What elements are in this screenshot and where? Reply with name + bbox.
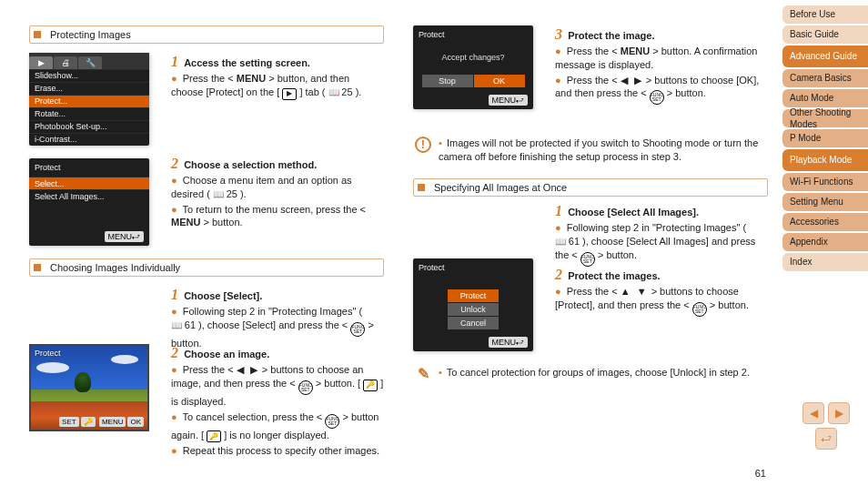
lcd-tab-setup: 🔧 [78, 56, 102, 69]
lcd-footer: MENU⮐ [413, 335, 533, 351]
lcd-confirm-stop: Stop [422, 75, 473, 87]
side-nav: Before Use Basic Guide Advanced Guide Ca… [782, 5, 868, 273]
step-all-2: 2 Protect the images. ● Press the < ▲ ▼ … [555, 266, 768, 319]
page-nav: ◀ ▶ ⮐ [802, 402, 850, 450]
tab-advanced-guide[interactable]: Advanced Guide [782, 46, 868, 67]
heading-protecting-images: Protecting Images [29, 25, 384, 44]
step-title: Protect the image. [568, 30, 654, 41]
left-right-arrows-icon: ◀ ▶ [237, 364, 259, 375]
tab-other-modes[interactable]: Other Shooting Modes [782, 109, 868, 127]
lcd-confirm-message: Accept changes? [413, 44, 533, 71]
next-page-button[interactable]: ▶ [828, 402, 850, 424]
photo-protect-tag: Protect [35, 348, 61, 359]
step-title: Choose an image. [184, 349, 269, 359]
lcd-menu-item-highlight: Protect... [29, 95, 149, 107]
lcd-tab-play: ▶ [29, 56, 53, 69]
tab-playback-mode[interactable]: Playback Mode [782, 149, 868, 171]
lcd-confirm-ok: OK [474, 75, 525, 87]
func-set-icon: FUNCSET [350, 322, 365, 337]
lcd-confirm: Protect Accept changes? Stop OK MENU⮐ [413, 25, 533, 109]
lcd-menu-item: i-Contrast... [29, 133, 149, 146]
step-title: Access the setting screen. [184, 57, 310, 68]
step-protect-1: 1 Access the setting screen. ● Press the… [171, 53, 384, 102]
lcd-header: Protect [413, 258, 533, 277]
prev-page-button[interactable]: ◀ [802, 402, 824, 424]
lcd-photo: Protect SET🔑 MENUOK [29, 344, 149, 431]
caution-note: ! • Images will not be protected if you … [415, 137, 766, 164]
tab-camera-basics[interactable]: Camera Basics [782, 69, 868, 87]
lcd-menu-item: Rotate... [29, 107, 149, 120]
func-set-icon: FUNCSET [650, 90, 664, 105]
step-title: Choose [Select]. [184, 290, 262, 301]
key-icon: 🔑 [363, 380, 378, 391]
lcd-menu: ▶ 🖨 🔧 Slideshow... Erase... Protect... R… [29, 53, 149, 146]
tab-p-mode[interactable]: P Mode [782, 129, 868, 147]
step-protect-2: 2 Choose a selection method. ● Choose a … [171, 155, 384, 231]
lcd-all-cancel: Cancel [448, 317, 499, 329]
lcd-select-item-highlight: Select... [29, 177, 149, 189]
step-indiv-2: 2 Choose an image. ● Press the < ◀ ▶ > b… [171, 344, 384, 460]
lcd-all-images: Protect Protect Unlock Cancel MENU⮐ [413, 258, 533, 351]
func-set-icon: FUNCSET [580, 252, 595, 267]
note: ✎ • To cancel protection for groups of i… [415, 366, 750, 382]
tab-appendix[interactable]: Appendix [782, 233, 868, 251]
heading-text: Specifying All Images at Once [434, 181, 567, 195]
tab-before-use[interactable]: Before Use [782, 5, 868, 24]
lcd-select: Protect Select... Select All Images... M… [29, 158, 149, 246]
heading-text: Protecting Images [50, 28, 131, 42]
caution-icon: ! [415, 137, 431, 153]
tab-basic-guide[interactable]: Basic Guide [782, 25, 868, 44]
lcd-select-item: Select All Images... [29, 189, 149, 202]
lcd-header: Protect [29, 158, 149, 177]
manual-ref[interactable]: 25 [213, 187, 237, 201]
tab-setting-menu[interactable]: Setting Menu [782, 193, 868, 211]
lcd-all-unlock: Unlock [448, 303, 499, 316]
step-title: Protect the images. [568, 270, 660, 281]
lcd-menu-item: Slideshow... [29, 69, 149, 82]
heading-all-images: Specifying All Images at Once [413, 178, 768, 197]
func-set-icon: FUNCSET [298, 380, 313, 395]
left-right-arrows-icon: ◀ ▶ [621, 75, 643, 86]
page-number: 61 [755, 467, 766, 481]
play-tab-icon: ▶ [282, 88, 297, 100]
note-text: To cancel protection for groups of image… [447, 367, 750, 378]
lcd-tab-print: 🖨 [54, 56, 77, 69]
step-all-1: 1 Choose [Select All Images]. ● Followin… [555, 202, 768, 268]
tab-auto-mode[interactable]: Auto Mode [782, 89, 868, 107]
manual-ref[interactable]: 61 [555, 235, 580, 248]
tab-accessories[interactable]: Accessories [782, 213, 868, 231]
step-title: Choose a selection method. [184, 159, 317, 170]
manual-ref[interactable]: 25 [328, 86, 353, 99]
back-button[interactable]: ⮐ [815, 428, 837, 450]
key-icon: 🔑 [207, 430, 221, 442]
lcd-menu-tabs: ▶ 🖨 🔧 [29, 53, 149, 69]
menu-label: MENU [621, 46, 650, 56]
lcd-menu-item: Erase... [29, 82, 149, 95]
up-down-arrows-icon: ▲ ▼ [621, 286, 649, 297]
lcd-menu-item: Photobook Set-up... [29, 120, 149, 133]
pencil-icon: ✎ [415, 366, 431, 382]
caution-text: Images will not be protected if you swit… [439, 137, 758, 162]
lcd-all-protect: Protect [448, 289, 499, 302]
heading-choosing-individually: Choosing Images Individually [29, 258, 384, 277]
manual-ref[interactable]: 61 [171, 319, 196, 332]
step-indiv-1: 1 Choose [Select]. ● Following step 2 in… [171, 286, 384, 352]
heading-text: Choosing Images Individually [50, 261, 180, 275]
lcd-header: Protect [413, 25, 533, 44]
step-confirm-3: 3 Protect the image. ● Press the < MENU … [555, 25, 768, 106]
menu-label: MENU [237, 73, 266, 84]
photo-footer: SET🔑 MENUOK [57, 418, 144, 428]
lcd-footer: MENU⮐ [29, 229, 149, 246]
menu-label: MENU [171, 217, 200, 228]
step-title: Choose [Select All Images]. [568, 207, 699, 218]
func-set-icon: FUNCSET [325, 414, 339, 429]
tab-index[interactable]: Index [782, 253, 868, 271]
func-set-icon: FUNCSET [692, 302, 707, 317]
lcd-footer: MENU⮐ [413, 93, 533, 109]
tab-wifi[interactable]: Wi-Fi Functions [782, 173, 868, 191]
